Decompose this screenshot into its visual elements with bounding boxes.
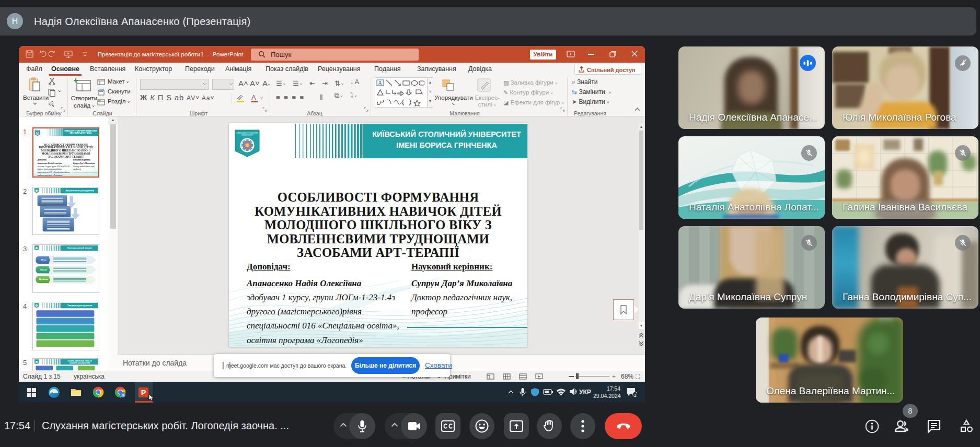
svg-text:1: 1 [634, 393, 637, 397]
svg-text:A: A [251, 93, 256, 101]
svg-text:A: A [378, 80, 383, 86]
svg-text:УНІВЕРСИТЕТ: УНІВЕРСИТЕТ [36, 131, 39, 131]
svg-text:H: H [122, 393, 124, 397]
svg-text:УНІВЕРСИТЕТ: УНІВЕРСИТЕТ [241, 134, 253, 136]
svg-text:P: P [141, 389, 146, 397]
